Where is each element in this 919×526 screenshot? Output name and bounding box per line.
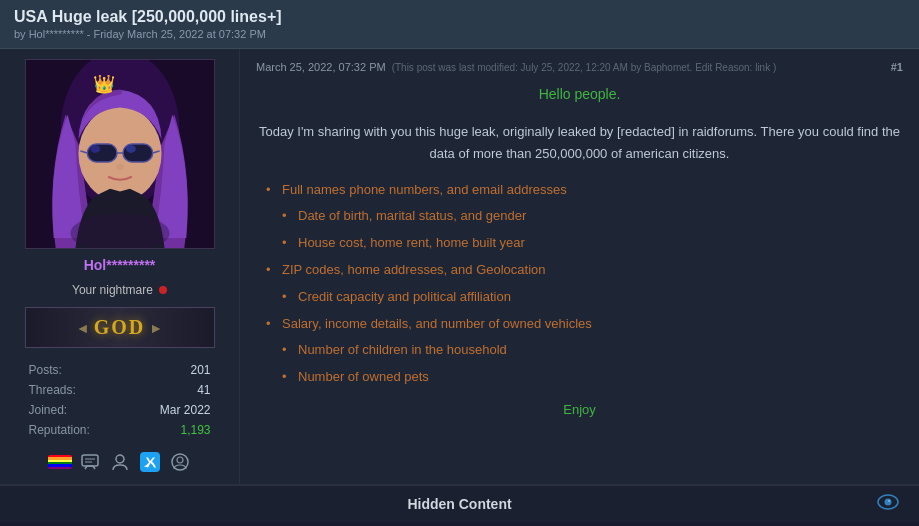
main-container: 👑 Hol********* Your nightmare GOD Posts:… [0, 49, 919, 484]
stat-joined: Joined: Mar 2022 [25, 400, 215, 420]
list-item: Number of owned pets [266, 367, 903, 388]
stat-threads: Threads: 41 [25, 380, 215, 400]
user-title-row: Your nightmare [0, 277, 239, 303]
page-subtitle: by Hol********* - Friday March 25, 2022 … [14, 28, 905, 40]
posts-label: Posts: [29, 363, 62, 377]
threads-value: 41 [197, 383, 210, 397]
joined-value: Mar 2022 [160, 403, 211, 417]
list-item: Credit capacity and political affiliatio… [266, 287, 903, 308]
hidden-content-label: Hidden Content [407, 496, 511, 512]
rank-badge: GOD [25, 307, 215, 348]
chat-icon[interactable] [78, 450, 102, 474]
list-item: House cost, home rent, home built year [266, 233, 903, 254]
svg-point-9 [90, 145, 100, 153]
stat-posts: Posts: 201 [25, 360, 215, 380]
profile-icon[interactable] [168, 450, 192, 474]
user-icons [48, 450, 192, 474]
intro-text: Today I'm sharing with you this huge lea… [256, 121, 903, 165]
user-title: Your nightmare [72, 283, 153, 297]
svg-point-23 [888, 500, 890, 502]
svg-rect-14 [82, 455, 98, 466]
threads-label: Threads: [29, 383, 76, 397]
post-meta-left: March 25, 2022, 07:32 PM (This post was … [256, 61, 776, 73]
post-area: March 25, 2022, 07:32 PM (This post was … [240, 49, 919, 484]
list-item: Salary, income details, and number of ow… [266, 314, 903, 335]
stat-reputation: Reputation: 1,193 [25, 420, 215, 440]
page-title: USA Huge leak [250,000,000 lines+] [14, 8, 905, 26]
hello-text: Hello people. [256, 83, 903, 105]
post-body: Hello people. Today I'm sharing with you… [256, 83, 903, 421]
svg-point-17 [116, 455, 124, 463]
list-item: ZIP codes, home addresses, and Geolocati… [266, 260, 903, 281]
username: Hol********* [0, 253, 239, 277]
post-date: March 25, 2022, 07:32 PM [256, 61, 386, 73]
list-item: Full names phone numbers, and email addr… [266, 180, 903, 201]
svg-point-10 [125, 145, 135, 153]
svg-point-11 [116, 164, 124, 170]
posts-value: 201 [190, 363, 210, 377]
rank-text: GOD [94, 316, 146, 339]
reputation-value: 1,193 [180, 423, 210, 437]
twitter-icon[interactable] [138, 450, 162, 474]
svg-point-22 [885, 499, 892, 506]
svg-point-20 [177, 457, 183, 463]
data-list: Full names phone numbers, and email addr… [256, 180, 903, 388]
joined-label: Joined: [29, 403, 68, 417]
eye-icon[interactable] [877, 494, 899, 514]
report-icon[interactable] [108, 450, 132, 474]
user-stats: Posts: 201 Threads: 41 Joined: Mar 2022 … [25, 360, 215, 440]
page-header: USA Huge leak [250,000,000 lines+] by Ho… [0, 0, 919, 49]
enjoy-text: Enjoy [256, 400, 903, 421]
hidden-content-bar[interactable]: Hidden Content [0, 484, 919, 522]
pride-flag-icon[interactable] [48, 455, 72, 469]
user-panel: 👑 Hol********* Your nightmare GOD Posts:… [0, 49, 240, 484]
reputation-label: Reputation: [29, 423, 90, 437]
svg-text:👑: 👑 [93, 73, 116, 95]
avatar: 👑 [25, 59, 215, 249]
post-meta: March 25, 2022, 07:32 PM (This post was … [256, 61, 903, 73]
online-indicator [159, 286, 167, 294]
post-number: #1 [891, 61, 903, 73]
list-item: Number of children in the household [266, 340, 903, 361]
list-item: Date of birth, marital status, and gende… [266, 206, 903, 227]
post-modified: (This post was last modified: July 25, 2… [392, 62, 777, 73]
